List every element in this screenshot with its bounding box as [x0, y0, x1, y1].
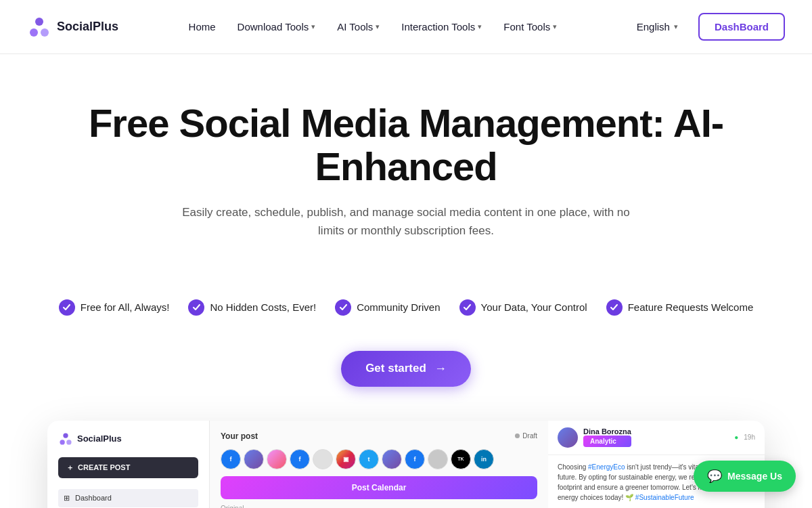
feature-label: Free for All, Always! [81, 301, 170, 313]
hero-section: Free Social Media Management: AI-Enhance… [0, 54, 812, 289]
draft-dot-icon [515, 433, 520, 438]
user-avatar-4 [382, 449, 402, 469]
feature-label: No Hidden Costs, Ever! [210, 301, 316, 313]
post-user-name: Dina Borozna [583, 427, 631, 436]
screenshot-wrapper: SocialPlus ＋ CREATE POST ⊞ Dashboard ☰ P… [34, 421, 778, 508]
svg-point-0 [35, 18, 43, 26]
hero-subtitle: Easily create, schedule, publish, and ma… [176, 203, 636, 240]
hashtag: #EnergyEco [588, 463, 625, 471]
app-main-panel: Your post Draft f f ▣ t f TK in [210, 421, 548, 508]
chevron-down-icon: ▾ [553, 22, 557, 31]
cta-wrapper: Get started → [0, 351, 812, 387]
tiktok-avatar[interactable]: TK [451, 449, 471, 469]
logo-icon [27, 15, 51, 39]
get-started-button[interactable]: Get started → [341, 351, 471, 387]
nav-font-tools[interactable]: Font Tools ▾ [494, 16, 566, 38]
hashtag-2: #SustainableFuture [635, 494, 694, 501]
chevron-down-icon: ▾ [478, 22, 482, 31]
post-user-info: Dina Borozna Analytic [558, 427, 631, 448]
nav-right: English ▾ DashBoard [627, 13, 785, 41]
nav-home[interactable]: Home [179, 16, 225, 38]
svg-point-4 [60, 440, 64, 444]
logo-link[interactable]: SocialPlus [27, 15, 118, 39]
check-icon [59, 299, 75, 316]
facebook-avatar-2[interactable]: f [290, 449, 310, 469]
social-accounts-row: f f ▣ t f TK in [221, 449, 537, 469]
facebook-avatar[interactable]: f [221, 449, 241, 469]
feature-item-5: Feature Requests Welcome [606, 299, 754, 316]
app-brand-name: SocialPlus [77, 433, 122, 444]
svg-point-3 [63, 433, 68, 438]
feature-item-1: Free for All, Always! [59, 299, 170, 316]
app-sidebar: SocialPlus ＋ CREATE POST ⊞ Dashboard ☰ P… [47, 421, 210, 508]
app-logo-icon [58, 431, 73, 446]
plus-icon: ＋ [66, 463, 74, 473]
feature-label: Feature Requests Welcome [628, 301, 754, 313]
svg-point-5 [66, 440, 71, 444]
hero-title: Free Social Media Management: AI-Enhance… [27, 102, 785, 188]
check-icon [606, 299, 623, 316]
instagram-avatar[interactable]: ▣ [336, 449, 356, 469]
arrow-icon: → [434, 362, 447, 376]
nav-links: Home Download Tools ▾ AI Tools ▾ Interac… [179, 16, 567, 38]
check-icon [335, 299, 351, 316]
feature-item-4: Your Data, Your Control [459, 299, 587, 316]
language-selector[interactable]: English ▾ [627, 16, 687, 38]
post-user-details: Dina Borozna Analytic [583, 427, 631, 447]
user-avatar-5 [428, 449, 448, 469]
analytic-badge: Analytic [583, 436, 631, 447]
cta-label: Get started [365, 362, 426, 375]
nav-download-tools[interactable]: Download Tools ▾ [228, 16, 325, 38]
dashboard-button[interactable]: DashBoard [698, 13, 785, 41]
sidebar-item-dashboard[interactable]: ⊞ Dashboard [58, 489, 198, 507]
svg-point-2 [41, 28, 49, 37]
create-post-button[interactable]: ＋ CREATE POST [58, 457, 198, 478]
brand-name: SocialPlus [57, 20, 118, 34]
feature-label: Community Driven [357, 301, 440, 313]
facebook-avatar-3[interactable]: f [405, 449, 425, 469]
navbar: SocialPlus Home Download Tools ▾ AI Tool… [0, 0, 812, 54]
user-avatar-3 [313, 449, 333, 469]
features-row: Free for All, Always! No Hidden Costs, E… [0, 289, 812, 340]
app-screenshot: SocialPlus ＋ CREATE POST ⊞ Dashboard ☰ P… [47, 421, 765, 508]
whatsapp-icon: 💬 [707, 469, 722, 484]
twitter-avatar[interactable]: t [359, 449, 379, 469]
message-us-button[interactable]: 💬 Message Us [694, 461, 796, 492]
feature-item-3: Community Driven [335, 299, 440, 316]
svg-point-1 [30, 28, 38, 37]
feature-label: Your Data, Your Control [481, 301, 587, 313]
nav-interaction-tools[interactable]: Interaction Tools ▾ [392, 16, 491, 38]
user-avatar-1 [244, 449, 264, 469]
post-user-avatar [558, 427, 578, 448]
your-post-title: Your post [221, 431, 258, 441]
chevron-down-icon: ▾ [376, 22, 380, 31]
post-calendar-button[interactable]: Post Calendar [221, 476, 537, 499]
chevron-down-icon: ▾ [311, 22, 315, 31]
whatsapp-icon: ● [734, 433, 738, 441]
post-meta: ● 19h [734, 433, 755, 441]
linkedin-avatar[interactable]: in [474, 449, 494, 469]
draft-badge: Draft [515, 432, 537, 440]
chevron-down-icon: ▾ [674, 22, 678, 31]
nav-ai-tools[interactable]: AI Tools ▾ [328, 16, 389, 38]
check-icon [459, 299, 476, 316]
original-label: Original [221, 505, 537, 508]
check-icon [188, 299, 204, 316]
feature-item-2: No Hidden Costs, Ever! [188, 299, 316, 316]
post-time: 19h [744, 433, 755, 441]
app-logo: SocialPlus [58, 431, 198, 446]
post-header: Your post Draft [221, 431, 537, 441]
post-card-header: Dina Borozna Analytic ● 19h [548, 421, 765, 455]
user-avatar-2 [267, 449, 287, 469]
dashboard-icon: ⊞ [64, 494, 70, 503]
